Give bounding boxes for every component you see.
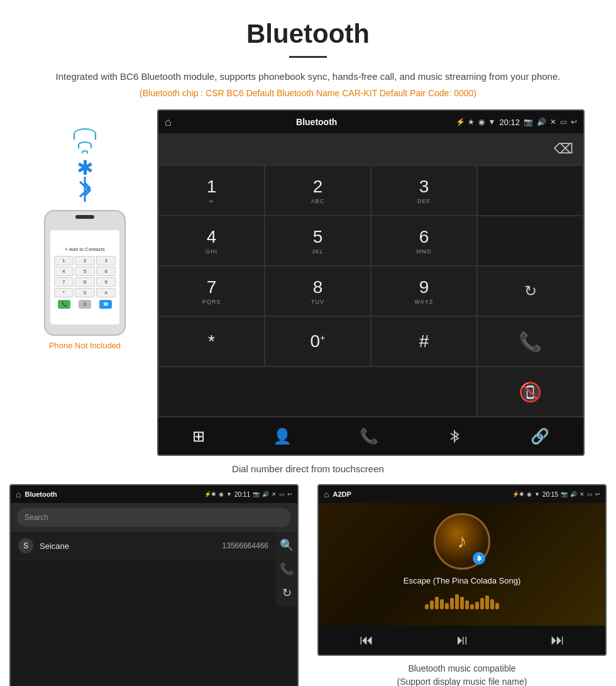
wave-bar (485, 595, 489, 609)
dial-key-7[interactable]: 7 PQRS (158, 266, 265, 316)
music-home-icon[interactable]: ⌂ (324, 489, 329, 499)
contact-row[interactable]: S Seicane 13566664466 (11, 532, 276, 560)
phone-keypad: 1 2 3 4 5 6 7 8 9 * 0 # (54, 256, 116, 297)
search-input-box[interactable]: Search (17, 508, 291, 527)
bluetooth-status-icon: ★ (468, 118, 475, 126)
dial-status-bar: ⌂ Bluetooth ⚡ ★ ◉ ▼ 20:12 📷 🔊 ✕ ▭ ↩ (158, 111, 583, 133)
dial-key-8[interactable]: 8 TUV (265, 266, 371, 316)
contacts-status-icons: ✱ ◉ ▼ 20:11 📷 🔊 ✕ ▭ ↩ (211, 491, 292, 498)
phone-btn-row: 📞 0 ☎ (54, 300, 116, 309)
music-waveform (425, 590, 499, 609)
wave-bar (480, 598, 484, 609)
dial-key-hash[interactable]: # (371, 316, 477, 367)
dial-key-4[interactable]: 4 GHI (158, 216, 265, 266)
music-section: ⌂ A2DP ⚡ ✱ ◉ ▼ 20:15 📷 🔊 ✕ ▭ ↩ ♪ (308, 484, 616, 686)
dial-key-6[interactable]: 6 MNO (371, 216, 477, 266)
wifi-arcs (74, 128, 96, 153)
search-side-icon[interactable]: 🔍 (280, 538, 294, 552)
music-status-icons: ✱ ◉ ▼ 20:15 📷 🔊 ✕ ▭ ↩ (519, 491, 600, 498)
phone-key-0: 0 (75, 288, 95, 297)
dial-caption: Dial number direct from touchscreen (0, 463, 616, 474)
status-icons: ★ ◉ ▼ 20:12 📷 🔊 ✕ ▭ ↩ (468, 118, 577, 127)
refresh-side-icon[interactable]: ↻ (282, 586, 292, 600)
dial-key-5[interactable]: 5 JKL (265, 216, 371, 266)
music-album-art: ♪ (434, 513, 490, 570)
music-status-bar: ⌂ A2DP ⚡ ✱ ◉ ▼ 20:15 📷 🔊 ✕ ▭ ↩ (319, 485, 605, 503)
end-call-icon: 📵 (519, 381, 542, 403)
wave-bar (435, 597, 439, 609)
phone-key-6: 6 (96, 267, 116, 276)
music-vol-icon: 🔊 (570, 491, 577, 497)
dial-key-empty-2 (477, 216, 583, 266)
phone-call-btn: 📞 (58, 300, 70, 309)
search-bar: Search (11, 503, 297, 532)
dial-key-end-call[interactable]: 📵 (477, 367, 583, 417)
back-icon: ↩ (571, 118, 577, 126)
android-dial-screen: ⌂ Bluetooth ⚡ ★ ◉ ▼ 20:12 📷 🔊 ✕ ▭ ↩ ⌫ 1 (157, 109, 585, 456)
prev-track-button[interactable]: ⏮ (360, 632, 373, 648)
side-icons: 🔍 📞 ↻ (276, 532, 297, 606)
music-song-title: Escape (The Pina Colada Song) (404, 576, 520, 585)
next-track-button[interactable]: ⏭ (551, 632, 564, 648)
phone-key-5: 5 (75, 267, 95, 276)
music-cam-icon: 📷 (561, 491, 568, 497)
dial-bottom-bar: ⊞ 👤 📞 🔗 (158, 417, 583, 455)
music-controls: ⏮ ⏯ ⏭ (319, 626, 605, 655)
phone-key-2: 2 (75, 256, 95, 265)
dialpad-display: ⌫ (158, 133, 583, 165)
music-caption: Bluetooth music compatible(Support displ… (397, 662, 527, 686)
signal-icon: ▼ (488, 118, 496, 126)
window-icon: ▭ (560, 118, 567, 126)
music-back-icon: ↩ (595, 491, 600, 497)
title-underline (289, 56, 327, 58)
bluetooth-overlay-icon (473, 552, 485, 565)
wifi-arc-large (74, 128, 96, 140)
wave-bar (465, 600, 469, 609)
refresh-icon: ↻ (524, 282, 537, 300)
phone-screen: + Add to Contacts 1 2 3 4 5 6 7 8 9 * 0 … (50, 230, 119, 324)
dial-key-empty-1 (477, 165, 583, 216)
contacts-home-icon[interactable]: ⌂ (16, 489, 21, 499)
contacts-win-icon: ▭ (279, 491, 285, 497)
contact-phone: 13566664466 (223, 541, 268, 550)
contacts-icon[interactable]: 👤 (273, 428, 292, 445)
backspace-button[interactable]: ⌫ (554, 141, 573, 157)
dial-key-9[interactable]: 9 WXYZ (371, 266, 477, 316)
wifi-arc-medium (78, 141, 92, 148)
contacts-empty-space (11, 606, 297, 686)
play-pause-button[interactable]: ⏯ (455, 632, 469, 648)
link-icon[interactable]: 🔗 (531, 428, 549, 445)
bluetooth-bottom-icon[interactable] (446, 428, 463, 445)
phone-mockup: + Add to Contacts 1 2 3 4 5 6 7 8 9 * 0 … (44, 210, 126, 336)
contacts-list: S Seicane 13566664466 (11, 532, 276, 606)
wave-bar (495, 603, 499, 609)
music-bt-icon: ✱ (519, 491, 524, 497)
contacts-usb-icon: ⚡ (204, 491, 211, 497)
phone-key-hash: # (96, 288, 116, 297)
wave-bar (445, 603, 449, 609)
calls-icon[interactable]: 📞 (360, 428, 378, 445)
dial-key-0[interactable]: 0+ (265, 316, 371, 367)
page-title: Bluetooth (0, 0, 616, 52)
call-side-icon[interactable]: 📞 (280, 562, 294, 576)
dial-key-call[interactable]: 📞 (477, 316, 583, 367)
close-icon: ✕ (550, 118, 556, 126)
wave-bar (440, 599, 444, 609)
dial-key-empty-3 (158, 367, 477, 417)
contacts-time: 20:11 (234, 491, 250, 498)
dial-key-2[interactable]: 2 ABC (265, 165, 371, 216)
call-icon: 📞 (519, 331, 542, 353)
phone-key-star: * (54, 288, 74, 297)
wave-bar (490, 599, 494, 609)
dial-key-1[interactable]: 1 ∞ (158, 165, 265, 216)
contacts-status-bar: ⌂ Bluetooth ⚡ ✱ ◉ ▼ 20:11 📷 🔊 ✕ ▭ ↩ (11, 485, 297, 503)
dial-key-3[interactable]: 3 DEF (371, 165, 477, 216)
dial-key-star[interactable]: * (158, 316, 265, 367)
music-time: 20:15 (542, 491, 558, 498)
music-x-icon: ✕ (580, 491, 585, 497)
home-icon[interactable]: ⌂ (165, 116, 172, 129)
phone-key-8: 8 (75, 277, 95, 287)
dialpad-icon[interactable]: ⊞ (192, 428, 205, 445)
music-win-icon: ▭ (587, 491, 593, 497)
dial-key-refresh[interactable]: ↻ (477, 266, 583, 316)
